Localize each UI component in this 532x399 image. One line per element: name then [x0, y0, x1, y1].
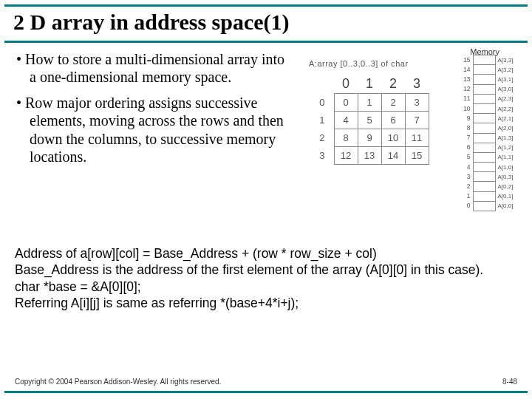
memory-label: A[2,0]	[495, 123, 520, 133]
memory-cell	[473, 172, 495, 182]
col-header: 0	[334, 75, 358, 93]
formula-line: char *base = &A[0][0];	[15, 279, 517, 295]
memory-cell	[473, 133, 495, 143]
memory-cell	[473, 65, 495, 75]
memory-cell	[473, 94, 495, 103]
memory-row: 6A[1,2]	[461, 143, 520, 152]
memory-row: 7A[1,3]	[461, 133, 520, 143]
memory-label: A[3,3]	[495, 55, 520, 65]
memory-label: A[0,0]	[495, 201, 520, 211]
memory-row: 15A[3,3]	[461, 55, 520, 65]
formula-line: Address of a[row][col] = Base_Address + …	[15, 245, 517, 262]
memory-row: 8A[2,0]	[461, 123, 520, 133]
grid-cell: 11	[405, 129, 429, 146]
memory-addr: 7	[461, 133, 473, 143]
memory-label: A[1,0]	[495, 163, 520, 172]
grid-cell: 7	[405, 111, 429, 129]
memory-addr: 3	[461, 172, 473, 182]
memory-row: 12A[3,0]	[461, 84, 520, 94]
memory-addr: 6	[461, 143, 473, 152]
grid-cell: 6	[381, 111, 405, 129]
grid-cell: 5	[358, 111, 381, 129]
memory-row: 3A[0,3]	[461, 172, 520, 182]
formula-line: Referring A[i][j] is same as referring *…	[15, 295, 517, 311]
grid-cell: 14	[381, 146, 405, 164]
content-row: How to store a multi-dimensional array i…	[0, 43, 532, 173]
memory-addr: 14	[461, 65, 473, 75]
memory-addr: 5	[461, 152, 473, 162]
memory-cell	[473, 103, 495, 113]
col-header: 1	[358, 75, 381, 93]
grid-cell: 1	[358, 93, 381, 111]
row-header: 3	[310, 146, 334, 164]
bullet-item: How to store a multi-dimensional array i…	[16, 50, 288, 86]
footer: Copyright © 2004 Pearson Addison-Wesley.…	[15, 378, 517, 386]
grid-cell: 3	[405, 93, 429, 111]
memory-addr: 8	[461, 123, 473, 133]
memory-addr: 12	[461, 84, 473, 94]
memory-cell	[473, 75, 495, 84]
memory-cell	[473, 201, 495, 211]
grid-cell: 15	[405, 146, 429, 164]
memory-label: A[1,2]	[495, 143, 520, 152]
page-number: 8-48	[502, 378, 517, 386]
row-header: 0	[310, 93, 334, 111]
memory-row: 10A[2,2]	[461, 103, 520, 113]
array-grid: 0 1 2 3 0 0 1 2 3 1 4 5 6 7 2 8	[310, 75, 429, 165]
memory-cell	[473, 163, 495, 172]
memory-row: 2A[0,2]	[461, 182, 520, 191]
bottom-divider	[4, 391, 528, 393]
memory-row: 4A[1,0]	[461, 163, 520, 172]
memory-label: A[1,1]	[495, 152, 520, 162]
memory-row: 0A[0,0]	[461, 201, 520, 211]
memory-addr: 13	[461, 75, 473, 84]
bullet-list: How to store a multi-dimensional array i…	[16, 50, 288, 173]
memory-cell	[473, 143, 495, 152]
memory-row: 11A[2,3]	[461, 94, 520, 103]
memory-label: A[0,2]	[495, 182, 520, 191]
memory-addr: 15	[461, 55, 473, 65]
memory-addr: 1	[461, 191, 473, 201]
memory-label: A[1,3]	[495, 133, 520, 143]
memory-addr: 0	[461, 201, 473, 211]
memory-label: A[3,2]	[495, 65, 520, 75]
formula-line: Base_Address is the address of the first…	[15, 262, 517, 278]
memory-cell	[473, 182, 495, 191]
memory-addr: 11	[461, 94, 473, 103]
memory-addr: 2	[461, 182, 473, 191]
memory-addr: 9	[461, 114, 473, 123]
col-header: 2	[381, 75, 405, 93]
grid-cell: 10	[381, 129, 405, 146]
grid-cell: 9	[358, 129, 381, 146]
col-header: 3	[405, 75, 429, 93]
memory-column: 15A[3,3]14A[3,2]13A[3,1]12A[3,0]11A[2,3]…	[461, 55, 520, 211]
memory-addr: 4	[461, 163, 473, 172]
memory-row: 1A[0,1]	[461, 191, 520, 201]
memory-cell	[473, 191, 495, 201]
grid-cell: 0	[334, 93, 358, 111]
bullet-item: Row major ordering assigns successive el…	[16, 94, 288, 166]
row-header: 2	[310, 129, 334, 146]
formula-block: Address of a[row][col] = Base_Address + …	[15, 245, 517, 312]
grid-cell: 13	[358, 146, 381, 164]
memory-cell	[473, 55, 495, 65]
slide-title: 2 D array in address space(1)	[0, 7, 532, 41]
grid-cell: 2	[381, 93, 405, 111]
memory-label: A[0,1]	[495, 191, 520, 201]
memory-cell	[473, 84, 495, 94]
row-header: 1	[310, 111, 334, 129]
memory-row: 13A[3,1]	[461, 75, 520, 84]
memory-label: A[2,3]	[495, 94, 520, 103]
memory-label: A[3,1]	[495, 75, 520, 84]
memory-row: 5A[1,1]	[461, 152, 520, 162]
grid-cell: 12	[334, 146, 358, 164]
grid-cell: 4	[334, 111, 358, 129]
grid-cell: 8	[334, 129, 358, 146]
memory-label: A[2,2]	[495, 103, 520, 113]
memory-addr: 10	[461, 103, 473, 113]
figure: A:array [0..3,0..3] of char Memory 0 1 2…	[288, 50, 526, 173]
memory-cell	[473, 123, 495, 133]
copyright: Copyright © 2004 Pearson Addison-Wesley.…	[15, 378, 221, 386]
memory-label: A[3,0]	[495, 84, 520, 94]
memory-row: 9A[2,1]	[461, 114, 520, 123]
